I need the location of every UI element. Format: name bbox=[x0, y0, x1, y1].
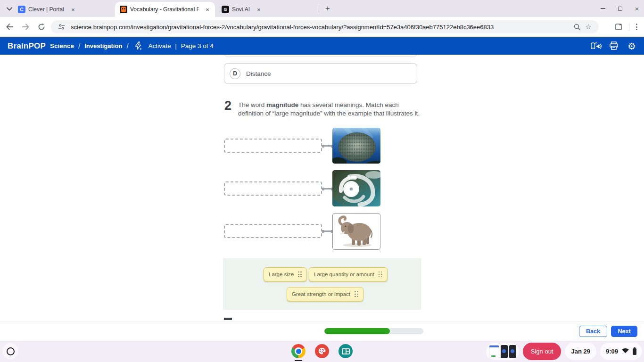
match-slot-2[interactable] bbox=[224, 181, 322, 196]
wifi-icon bbox=[622, 348, 629, 355]
active-app-indicator bbox=[295, 360, 302, 362]
back-button[interactable]: Back bbox=[579, 326, 607, 337]
browser-menu-kebab-icon[interactable] bbox=[634, 22, 639, 32]
browser-toolbar: science.brainpop.com/investigation/gravi… bbox=[0, 17, 644, 37]
tab-separator bbox=[319, 5, 319, 12]
chip-label: Large quantity or amount bbox=[314, 272, 374, 277]
url-text[interactable]: science.brainpop.com/investigation/gravi… bbox=[71, 24, 571, 31]
tab-close-icon[interactable]: × bbox=[69, 5, 77, 14]
activate-bolt-icon bbox=[133, 41, 144, 52]
browser-tab-strip: C Clever | Portal × Vocabulary - Gravita… bbox=[0, 0, 644, 17]
classroom-app-icon[interactable] bbox=[339, 344, 353, 358]
system-tray[interactable]: 9:09 bbox=[600, 343, 642, 360]
match-image-elephant bbox=[332, 213, 380, 250]
option-label: Distance bbox=[246, 70, 271, 77]
connector-line bbox=[324, 145, 331, 147]
answer-option-distance[interactable]: D Distance bbox=[224, 63, 417, 84]
match-image-school-of-fish bbox=[332, 128, 380, 164]
battery-icon bbox=[633, 348, 636, 355]
close-window-icon[interactable]: × bbox=[634, 5, 640, 12]
connector-line bbox=[324, 230, 331, 232]
match-image-hurricane bbox=[332, 170, 380, 206]
document-thumbnail[interactable] bbox=[489, 345, 499, 358]
product-name: Science bbox=[50, 42, 74, 49]
clever-favicon: C bbox=[18, 6, 25, 13]
tab-title: Clever | Portal bbox=[28, 6, 64, 13]
next-button[interactable]: Next bbox=[611, 326, 637, 337]
tab-close-icon[interactable]: × bbox=[255, 5, 263, 14]
zoom-icon[interactable] bbox=[571, 21, 583, 33]
holding-space-tray[interactable] bbox=[486, 343, 519, 360]
breadcrumb-separator: / bbox=[126, 42, 128, 50]
tab-clever-portal[interactable]: C Clever | Portal × bbox=[13, 2, 113, 17]
brainpop-logo[interactable]: BrainPOP bbox=[8, 41, 46, 51]
forward-icon[interactable] bbox=[19, 20, 32, 33]
brainpop-header: BrainPOP Science / Investigation / Activ… bbox=[0, 37, 644, 55]
chip-label: Great strength or impact bbox=[292, 291, 350, 297]
tab-title-fade bbox=[195, 5, 204, 15]
brainpop-favicon bbox=[120, 6, 127, 13]
page-indicator: Page 3 of 4 bbox=[181, 42, 214, 49]
paint-app-icon[interactable] bbox=[315, 344, 329, 358]
settings-gear-icon[interactable]: ⚙ bbox=[626, 41, 637, 52]
maximize-icon[interactable] bbox=[617, 5, 623, 12]
match-slot-1[interactable] bbox=[224, 139, 322, 153]
screenshot-thumbnail[interactable] bbox=[509, 345, 516, 358]
chromeos-shelf: Sign out Jan 29 9:09 bbox=[0, 341, 644, 362]
toolbar-separator bbox=[629, 23, 629, 31]
read-aloud-icon[interactable] bbox=[590, 41, 602, 52]
progress-bar bbox=[324, 328, 423, 334]
window-controls: × bbox=[600, 0, 640, 17]
next-question-number-clipped bbox=[224, 318, 232, 320]
question-number: 2 bbox=[224, 99, 231, 113]
site-settings-tune-icon[interactable] bbox=[56, 21, 67, 33]
tab-sovi-ai[interactable]: G Sovi.AI × bbox=[217, 2, 317, 17]
activity-page: D Distance 2 The word magnitude has seve… bbox=[0, 55, 644, 321]
status-area: Sign out Jan 29 9:09 bbox=[486, 343, 642, 360]
progress-fill bbox=[324, 328, 390, 334]
address-bar[interactable]: science.brainpop.com/investigation/gravi… bbox=[51, 20, 599, 33]
new-tab-button[interactable]: + bbox=[322, 3, 333, 14]
drag-handle-icon[interactable] bbox=[298, 272, 302, 278]
chip-large-size[interactable]: Large size bbox=[264, 267, 307, 281]
page-divider: | bbox=[175, 43, 177, 49]
side-panel-icon[interactable] bbox=[613, 21, 624, 33]
chip-label: Large size bbox=[269, 272, 294, 277]
minimize-icon[interactable] bbox=[600, 5, 606, 12]
chip-great-strength[interactable]: Great strength or impact bbox=[287, 287, 363, 301]
back-icon[interactable] bbox=[3, 20, 16, 33]
activity-footer: Back Next bbox=[0, 321, 644, 341]
chromeos-screen: C Clever | Portal × Vocabulary - Gravita… bbox=[0, 0, 644, 362]
drag-handle-icon[interactable] bbox=[355, 291, 358, 297]
bookmark-star-icon[interactable]: ☆ bbox=[583, 21, 594, 33]
clock: 9:09 bbox=[606, 348, 618, 355]
question-text: The word magnitude has several meanings.… bbox=[238, 101, 422, 118]
breadcrumb-separator: / bbox=[78, 42, 80, 50]
chip-large-quantity[interactable]: Large quantity or amount bbox=[309, 267, 388, 281]
drag-handle-icon[interactable] bbox=[379, 272, 382, 278]
sign-out-button[interactable]: Sign out bbox=[523, 343, 561, 360]
breadcrumb-activate: Activate bbox=[149, 42, 171, 49]
tab-title: Vocabulary - Gravitational Forc bbox=[130, 6, 199, 13]
reload-icon[interactable] bbox=[35, 20, 48, 33]
tab-title: Sovi.AI bbox=[232, 6, 250, 13]
question-keyword: magnitude bbox=[266, 101, 298, 108]
option-letter-badge: D bbox=[230, 68, 240, 79]
tab-vocabulary-active[interactable]: Vocabulary - Gravitational Forc × bbox=[115, 2, 215, 17]
toolbar-right bbox=[613, 20, 639, 33]
match-slot-3[interactable] bbox=[224, 224, 322, 238]
screenshot-thumbnail[interactable] bbox=[501, 345, 508, 358]
print-icon[interactable] bbox=[608, 41, 619, 52]
chip-bank: Large size Large quantity or amount Grea… bbox=[223, 258, 421, 310]
sovi-favicon: G bbox=[222, 6, 229, 13]
date-display[interactable]: Jan 29 bbox=[565, 343, 596, 360]
connector-line bbox=[324, 188, 331, 189]
breadcrumb-investigation[interactable]: Investigation bbox=[84, 42, 122, 49]
tab-close-icon[interactable]: × bbox=[204, 5, 211, 14]
chrome-app-icon[interactable] bbox=[291, 344, 305, 358]
